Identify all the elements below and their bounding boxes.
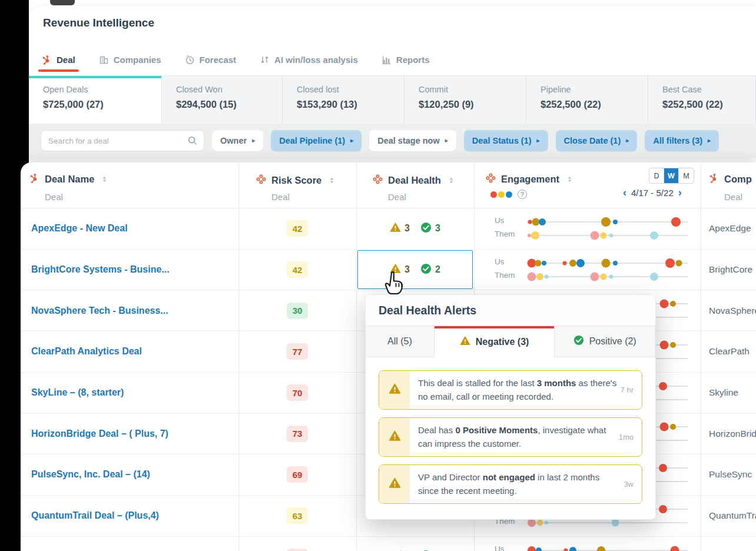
- sort-arrows-icon[interactable]: [447, 177, 455, 184]
- tab-companies[interactable]: Companies: [99, 55, 161, 72]
- engagement-dot[interactable]: [590, 231, 599, 240]
- negative-alerts-count[interactable]: 3: [390, 222, 410, 235]
- risk-score-badge: 30: [287, 303, 308, 319]
- deal-name-link[interactable]: PulseSync, Inc. Deal – (14): [31, 469, 150, 480]
- summary-card[interactable]: Best Case$252,500 (22): [648, 76, 756, 124]
- summary-card[interactable]: Open Deals$725,000 (27): [29, 76, 162, 124]
- summary-card[interactable]: Commit$120,250 (9): [404, 76, 526, 124]
- filter-chip-close-date-1-[interactable]: Close Date (1)▸: [556, 130, 638, 151]
- popup-tab-label: Negative (3): [476, 337, 529, 347]
- engagement-dot[interactable]: [597, 546, 605, 551]
- engagement-dot[interactable]: [542, 261, 546, 265]
- risk-score-cell: 73: [238, 413, 356, 454]
- engagement-dot[interactable]: [665, 258, 675, 268]
- engagement-dot[interactable]: [531, 231, 539, 240]
- engagement-dot[interactable]: [660, 341, 669, 350]
- positive-alerts-count[interactable]: 3: [420, 222, 440, 235]
- engagement-dot[interactable]: [613, 261, 618, 265]
- engagement-dot[interactable]: [660, 423, 669, 431]
- column-header-name: Deal NameDeal: [21, 162, 238, 208]
- filter-chip-deal-pipeline-1-[interactable]: Deal Pipeline (1)▸: [271, 130, 362, 151]
- engagement-dot[interactable]: [576, 259, 585, 267]
- engagement-dot[interactable]: [528, 546, 536, 551]
- engagement-dot[interactable]: [609, 274, 614, 278]
- engagement-dot[interactable]: [670, 301, 676, 307]
- engagement-dot[interactable]: [563, 261, 567, 265]
- deal-health-cell[interactable]: [356, 537, 474, 551]
- engagement-dot[interactable]: [670, 424, 676, 430]
- period-option-d[interactable]: D: [649, 168, 664, 183]
- engagement-dot[interactable]: [600, 273, 606, 280]
- deal-name-link[interactable]: QuantumTrail Deal – (Plus,4): [31, 510, 159, 521]
- engagement-dot[interactable]: [659, 464, 667, 472]
- engagement-dot[interactable]: [535, 260, 542, 266]
- engagement-dot[interactable]: [563, 548, 568, 551]
- sort-arrows-icon[interactable]: [101, 175, 108, 183]
- alert-card[interactable]: This deal is stalled for the last 3 mont…: [379, 370, 642, 410]
- engagement-dot[interactable]: [536, 273, 543, 280]
- alert-card[interactable]: VP and Director not engaged in last 2 mo…: [379, 464, 642, 504]
- deal-name-link[interactable]: HorizonBridge Deal – ( Plus, 7): [31, 429, 168, 439]
- engagement-dot[interactable]: [569, 547, 576, 551]
- summary-card[interactable]: Closed Won$294,500 (15): [162, 76, 283, 124]
- engagement-dot[interactable]: [601, 217, 611, 227]
- deal-name-link[interactable]: ApexEdge - New Deal: [31, 223, 128, 234]
- alert-card[interactable]: Deal has 0 Positive Moments, investigate…: [379, 417, 642, 457]
- engagement-dot[interactable]: [545, 521, 548, 525]
- tab-deal[interactable]: Deal: [42, 55, 75, 72]
- engagement-dot[interactable]: [609, 234, 614, 238]
- engagement-dot[interactable]: [670, 342, 676, 348]
- engagement-dot[interactable]: [612, 519, 619, 526]
- engagement-dot[interactable]: [544, 274, 548, 278]
- next-period-icon[interactable]: ›: [678, 187, 682, 198]
- tab-ai-winloss[interactable]: AI win/loss analysis: [260, 55, 358, 72]
- risk-score-badge: 42: [287, 261, 308, 278]
- popup-tab-negative-3-[interactable]: Negative (3): [435, 326, 555, 357]
- deal-name-link[interactable]: SkyLine – (8, starter): [31, 387, 124, 398]
- deal-name-link[interactable]: NovaSphere Tech - Business...: [31, 306, 168, 316]
- sort-arrows-icon[interactable]: [328, 177, 336, 184]
- filter-chip-all-filters-3-[interactable]: All filters (3)▸: [645, 130, 719, 151]
- deal-name-link[interactable]: BrightCore Systems - Busine...: [31, 264, 170, 275]
- deal-name-link[interactable]: ClearPath Analytics Deal: [31, 346, 142, 357]
- popup-tab-all-5-[interactable]: All (5): [366, 326, 435, 357]
- engagement-dot[interactable]: [659, 505, 667, 513]
- summary-card[interactable]: Closed lost$153,290 (13): [283, 76, 404, 124]
- deal-health-cell[interactable]: 33: [356, 208, 474, 249]
- engagement-dot[interactable]: [536, 547, 542, 551]
- column-subtitle: Deal: [388, 192, 406, 202]
- engagement-dot[interactable]: [650, 273, 658, 281]
- sort-arrows-icon[interactable]: [566, 175, 573, 183]
- engagement-dot[interactable]: [601, 258, 610, 267]
- engagement-dot[interactable]: [569, 260, 576, 267]
- engagement-dot[interactable]: [600, 233, 606, 239]
- prev-period-icon[interactable]: ‹: [623, 187, 626, 198]
- popup-tab-positive-2-[interactable]: Positive (2): [555, 326, 655, 357]
- chip-label: All filters (3): [653, 136, 702, 145]
- column-label: Deal Health: [388, 175, 441, 186]
- engagement-dot[interactable]: [528, 272, 536, 281]
- search-input[interactable]: [41, 131, 204, 151]
- summary-card[interactable]: Pipeline$252,500 (22): [526, 76, 648, 124]
- engagement-dot[interactable]: [659, 382, 667, 390]
- help-icon[interactable]: ?: [518, 190, 527, 199]
- period-option-m[interactable]: M: [679, 168, 694, 183]
- engagement-dot[interactable]: [539, 218, 546, 225]
- engagement-dot[interactable]: [613, 220, 618, 224]
- filter-chip-deal-status-1-[interactable]: Deal Status (1)▸: [464, 130, 548, 151]
- engagement-dot[interactable]: [660, 300, 669, 308]
- column-label: Risk Score: [271, 175, 321, 186]
- engagement-dot[interactable]: [671, 217, 681, 227]
- column-header-row: Engagement: [486, 173, 573, 185]
- period-option-w[interactable]: W: [664, 168, 679, 183]
- filter-chip-deal-stage-now[interactable]: Deal stage now▸: [369, 130, 456, 151]
- engagement-dot[interactable]: [671, 546, 679, 551]
- engagement-dot[interactable]: [675, 260, 682, 266]
- filter-chip-owner[interactable]: Owner▸: [212, 130, 263, 151]
- tab-forecast[interactable]: Forecast: [185, 55, 237, 72]
- engagement-dot[interactable]: [537, 520, 543, 526]
- engagement-dot[interactable]: [590, 272, 599, 281]
- deal-health-cell[interactable]: 32: [356, 250, 474, 290]
- tab-reports[interactable]: Reports: [382, 55, 430, 72]
- engagement-dot[interactable]: [650, 231, 658, 240]
